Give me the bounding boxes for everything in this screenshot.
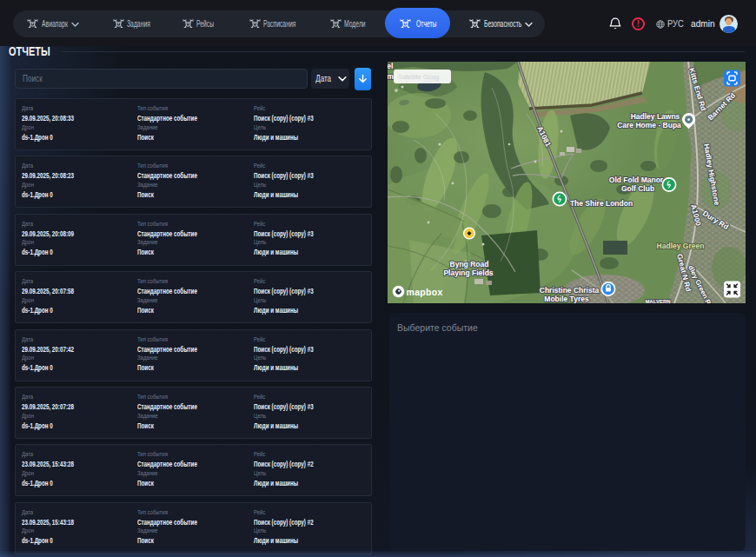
svg-text:Satellite Goog: Satellite Goog bbox=[398, 73, 439, 81]
svg-text:Care Home - Bupa: Care Home - Bupa bbox=[617, 121, 681, 129]
svg-text:Hadley Green: Hadley Green bbox=[657, 242, 705, 250]
svg-text:Old Fold Manor: Old Fold Manor bbox=[609, 176, 664, 184]
svg-text:Byng Road: Byng Road bbox=[450, 260, 489, 269]
svg-text:Playing Fields: Playing Fields bbox=[443, 269, 493, 277]
svg-text:el: el bbox=[388, 62, 394, 70]
svg-text:m: m bbox=[388, 72, 394, 81]
svg-text:Christine Christa: Christine Christa bbox=[540, 286, 600, 295]
svg-text:Golf Club: Golf Club bbox=[621, 184, 654, 193]
svg-text:Hadley Lawns: Hadley Lawns bbox=[631, 112, 680, 121]
svg-text:Mobile Tyres: Mobile Tyres bbox=[544, 295, 589, 303]
svg-text:mapbox: mapbox bbox=[407, 287, 443, 297]
svg-text:MALVERN: MALVERN bbox=[645, 299, 670, 303]
svg-text:The Shire London: The Shire London bbox=[570, 199, 633, 208]
